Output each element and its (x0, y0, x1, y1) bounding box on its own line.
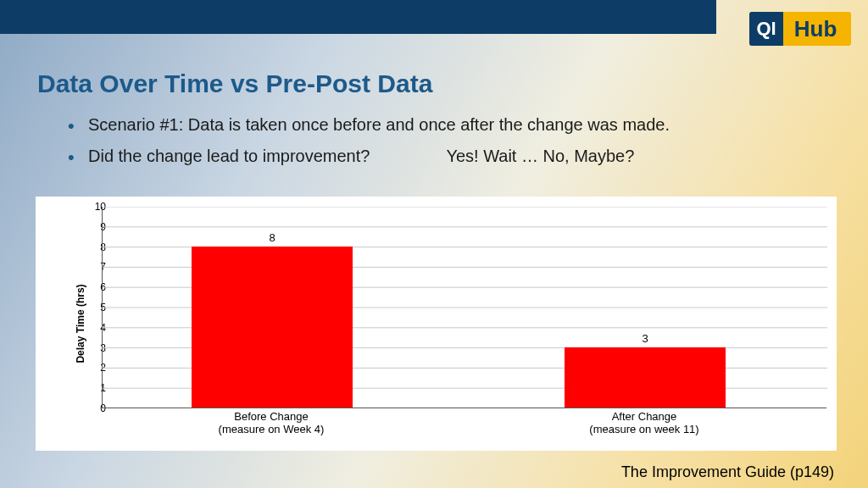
bar-label-before: 8 (192, 231, 353, 244)
bar-after-change: 3 (565, 347, 726, 408)
bullet-2-question: Did the change lead to improvement? (88, 145, 370, 168)
top-bar (0, 0, 716, 34)
bar-before-change: 8 (192, 247, 353, 408)
page-title: Data Over Time vs Pre-Post Data (37, 69, 432, 98)
xtick-after: After Change (measure on week 11) (589, 410, 698, 435)
spacer (370, 145, 446, 168)
xtick-after-sub: (measure on week 11) (589, 423, 698, 435)
bullet-2: Did the change lead to improvement? Yes!… (68, 145, 814, 168)
qihub-logo: QI Hub (749, 12, 851, 46)
bar-label-after: 3 (565, 332, 726, 345)
logo-qi: QI (749, 12, 783, 46)
xtick-after-main: After Change (612, 410, 677, 423)
plot-area: 8 3 (102, 207, 826, 408)
chart-container: Delay Time (hrs) 10 9 8 7 6 5 4 3 2 1 0 (36, 197, 837, 451)
logo-hub: Hub (783, 16, 851, 42)
bullet-2-answer: Yes! Wait … No, Maybe? (446, 145, 634, 168)
xtick-before-main: Before Change (234, 410, 308, 423)
slide: QI Hub Data Over Time vs Pre-Post Data S… (0, 0, 868, 488)
xtick-before: Before Change (measure on Week 4) (219, 410, 325, 435)
bullet-1-text: Scenario #1: Data is taken once before a… (88, 115, 670, 134)
footer-citation: The Improvement Guide (p149) (621, 463, 834, 481)
xtick-before-sub: (measure on Week 4) (219, 423, 325, 435)
y-axis-label: Delay Time (hrs) (75, 284, 86, 363)
bullet-list: Scenario #1: Data is taken once before a… (68, 114, 814, 176)
bullet-1: Scenario #1: Data is taken once before a… (68, 114, 814, 136)
